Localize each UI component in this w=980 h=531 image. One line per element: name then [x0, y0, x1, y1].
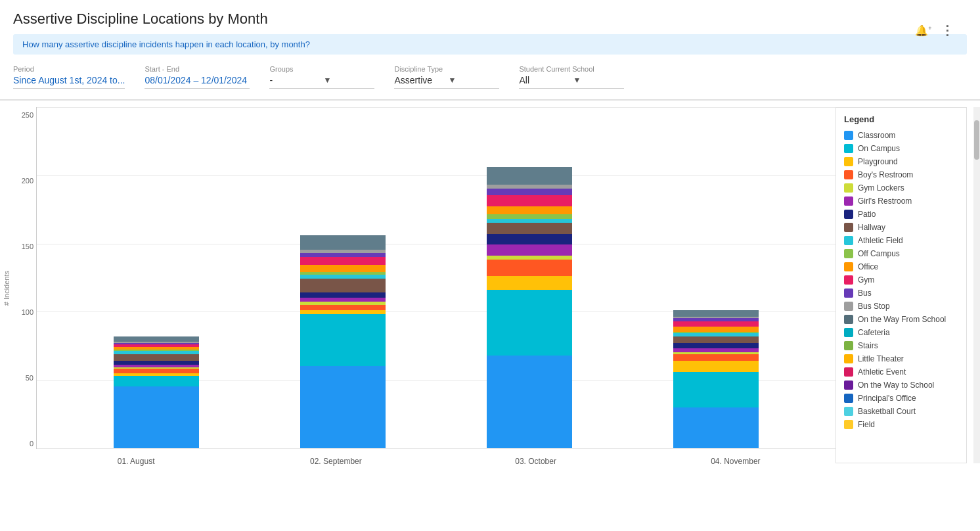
legend-label: Girl's Restroom — [858, 196, 912, 206]
legend-item: Office — [844, 262, 958, 271]
page-title: Assertive Discipline Locations by Month — [13, 11, 967, 28]
student-school-label: Student Current School — [519, 65, 624, 73]
bar-segment — [673, 354, 759, 361]
groups-filter: Groups - ▼ — [269, 65, 374, 89]
legend-swatch — [844, 354, 853, 363]
legend-swatch — [844, 223, 853, 232]
period-value[interactable]: Since August 1st, 2024 to... — [13, 75, 125, 89]
x-label: 01. August — [93, 453, 179, 466]
legend-item: Bus — [844, 289, 958, 298]
legend-item: Principal's Office — [844, 394, 958, 403]
x-label: 02. September — [293, 453, 378, 466]
discipline-type-select[interactable]: Assertive ▼ — [394, 75, 499, 89]
legend-label: Hallway — [858, 223, 885, 232]
legend-swatch — [844, 394, 853, 403]
x-label: 04. November — [693, 453, 778, 466]
bar-segment — [487, 244, 572, 256]
groups-value: - — [269, 75, 321, 85]
bar-segment — [300, 279, 386, 292]
student-school-select[interactable]: All ▼ — [519, 75, 624, 89]
bar-segment — [114, 354, 199, 361]
legend-item: Boy's Restroom — [844, 170, 958, 179]
legend-label: Gym Lockers — [858, 183, 904, 193]
bar-segment — [487, 206, 572, 214]
bar-segment — [114, 376, 199, 387]
legend-panel: Legend ClassroomOn CampusPlaygroundBoy's… — [835, 107, 967, 463]
discipline-type-label: Discipline Type — [394, 65, 499, 73]
legend-swatch — [844, 275, 853, 285]
scrollbar-thumb[interactable] — [974, 120, 979, 160]
bar-segment — [673, 361, 759, 372]
legend-items: ClassroomOn CampusPlaygroundBoy's Restro… — [844, 131, 958, 429]
menu-button[interactable]: ⋮ — [938, 21, 956, 39]
legend-item: Classroom — [844, 131, 958, 140]
info-text: How many assertive discipline incidents … — [22, 39, 310, 49]
bar-segment — [300, 366, 386, 448]
legend-item: Stairs — [844, 341, 958, 350]
bar-segment — [487, 356, 572, 448]
stacked-bar[interactable] — [487, 167, 572, 448]
legend-label: Athletic Field — [858, 236, 903, 245]
legend-item: Hallway — [844, 223, 958, 232]
bar-segment — [300, 314, 386, 366]
legend-item: Basketball Court — [844, 407, 958, 416]
legend-swatch — [844, 341, 853, 350]
bar-segment — [300, 257, 386, 265]
start-end-filter: Start - End 08/01/2024 – 12/01/2024 — [145, 65, 250, 89]
bar-segment — [114, 386, 199, 448]
legend-label: Stairs — [858, 341, 878, 350]
legend-item: Athletic Field — [844, 236, 958, 245]
discipline-type-arrow-icon: ▼ — [448, 76, 499, 85]
bar-segment — [673, 321, 759, 327]
legend-item: Patio — [844, 210, 958, 219]
legend-swatch — [844, 302, 853, 311]
legend-label: Gym — [858, 275, 874, 285]
legend-swatch — [844, 381, 853, 390]
legend-label: Principal's Office — [858, 394, 916, 403]
legend-swatch — [844, 328, 853, 337]
groups-label: Groups — [269, 65, 374, 73]
scrollbar[interactable] — [973, 107, 980, 463]
groups-select[interactable]: - ▼ — [269, 75, 374, 89]
page: Assertive Discipline Locations by Month … — [0, 0, 980, 531]
student-school-arrow-icon: ▼ — [573, 76, 624, 85]
y-axis: 250 200 150 100 50 0 — [13, 107, 36, 470]
header: Assertive Discipline Locations by Month … — [0, 0, 980, 100]
y-label-200: 200 — [13, 177, 33, 185]
start-end-value[interactable]: 08/01/2024 – 12/01/2024 — [145, 75, 250, 89]
stacked-bar[interactable] — [300, 235, 386, 448]
y-axis-title: # Incidents — [3, 271, 11, 306]
x-labels-row: 01. August02. September03. October04. No… — [36, 449, 835, 470]
legend-swatch — [844, 249, 853, 258]
legend-item: On Campus — [844, 144, 958, 153]
legend-item: Gym Lockers — [844, 183, 958, 193]
period-label: Period — [13, 65, 125, 73]
bar-group — [114, 336, 199, 448]
legend-swatch — [844, 407, 853, 416]
legend-swatch — [844, 367, 853, 377]
legend-label: Basketball Court — [858, 407, 916, 416]
legend-item: Playground — [844, 157, 958, 166]
chart-body: 01. August02. September03. October04. No… — [36, 107, 835, 470]
start-end-label: Start - End — [145, 65, 250, 73]
stacked-bar[interactable] — [114, 336, 199, 448]
legend-label: Playground — [858, 157, 898, 166]
bars-wrapper — [37, 107, 835, 448]
period-filter: Period Since August 1st, 2024 to... — [13, 65, 125, 89]
legend-swatch — [844, 236, 853, 245]
bar-segment — [487, 276, 572, 290]
notification-button[interactable]: 🔔+ — [914, 21, 933, 39]
bar-segment — [114, 336, 199, 342]
legend-item: Girl's Restroom — [844, 196, 958, 206]
bar-segment — [300, 235, 386, 250]
legend-swatch — [844, 289, 853, 298]
discipline-type-filter: Discipline Type Assertive ▼ — [394, 65, 499, 89]
chart-bars-area — [36, 107, 835, 449]
legend-label: Patio — [858, 210, 876, 219]
legend-item: Athletic Event — [844, 367, 958, 377]
stacked-bar[interactable] — [673, 310, 759, 448]
bar-segment — [673, 310, 759, 317]
bar-segment — [487, 195, 572, 206]
legend-label: Cafeteria — [858, 328, 890, 337]
bar-segment — [487, 290, 572, 356]
